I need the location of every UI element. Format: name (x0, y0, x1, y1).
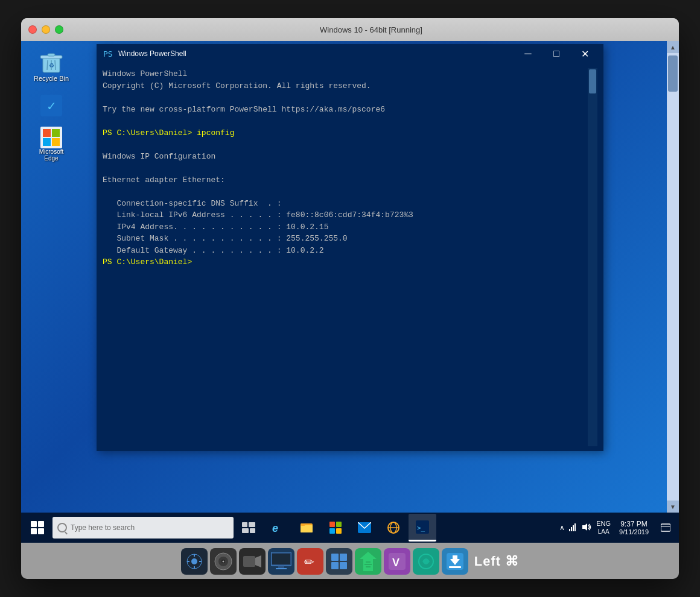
svg-rect-54 (272, 554, 290, 564)
lang-code: LAA (596, 528, 611, 535)
vm-close-button[interactable] (28, 25, 37, 34)
svg-rect-34 (569, 529, 570, 531)
ps-line-4: Try the new cross-platform PowerShell ht… (103, 104, 588, 116)
download-dock-icon[interactable] (442, 548, 468, 575)
desktop-icons: ♻ Recycle Bin ✓ (21, 41, 81, 513)
svg-rect-26 (329, 528, 335, 534)
vector-dock-icon[interactable]: ✏ (297, 548, 323, 575)
powershell-window[interactable]: PS Windows PowerShell ─ □ ✕ Windows Powe… (97, 44, 603, 451)
svg-point-42 (191, 558, 197, 564)
svg-rect-36 (573, 525, 574, 531)
svg-rect-63 (366, 561, 371, 563)
ps-line-12: Connection-specific DNS Suffix . : (103, 198, 588, 210)
explorer-taskbar-button[interactable] (293, 514, 320, 542)
svg-text:e: e (272, 522, 278, 534)
disc-icon (214, 552, 233, 571)
scroll-thumb[interactable] (668, 55, 678, 92)
task-view-icon (242, 522, 255, 533)
ps-content-area[interactable]: Windows PowerShell Copyright (C) Microso… (97, 63, 603, 451)
video-dock-icon[interactable] (239, 548, 266, 575)
tray-overflow-button[interactable]: ∧ (558, 522, 566, 533)
task-view-button[interactable] (235, 514, 262, 542)
system-clock[interactable]: 9:37 PM 9/11/2019 (614, 520, 654, 535)
vm-window: Windows 10 - 64bit [Running] (21, 18, 679, 579)
ps-minimize-button[interactable]: ─ (514, 45, 542, 63)
svg-rect-51 (243, 556, 255, 567)
ps-close-button[interactable]: ✕ (571, 45, 599, 63)
ps-line-10: Ethernet adapter Ethernet: (103, 174, 588, 186)
badge-v-icon: V (389, 553, 406, 570)
ps-line-16: Default Gateway . . . . . . . . . : 10.0… (103, 245, 588, 257)
start-button[interactable] (24, 514, 51, 542)
taskbar-tray: ∧ (558, 514, 676, 542)
badge-v-dock-icon[interactable]: V (384, 548, 410, 575)
network-dock-icon-svg (418, 553, 434, 570)
download-icon (447, 553, 463, 570)
store-taskbar-button[interactable] (322, 514, 349, 542)
vm-window-controls (28, 25, 63, 34)
files-icon (360, 552, 377, 571)
network-icon (568, 523, 578, 531)
svg-rect-24 (329, 522, 335, 527)
svg-rect-27 (336, 528, 342, 534)
vm-maximize-button[interactable] (55, 25, 63, 34)
recycle-bin-svg: ♻ (39, 49, 63, 75)
volume-icon (582, 523, 591, 531)
language-indicator[interactable]: ENG LAA (594, 520, 613, 535)
scroll-up-arrow[interactable]: ▲ (667, 41, 679, 53)
powershell-taskbar-button[interactable]: >_ (409, 514, 436, 542)
svg-rect-65 (366, 566, 371, 567)
svg-rect-19 (250, 528, 255, 533)
svg-rect-37 (574, 523, 576, 531)
ps-maximize-button[interactable]: □ (542, 45, 570, 63)
screen-dock-icon[interactable] (268, 548, 294, 575)
svg-rect-25 (336, 522, 342, 527)
recycle-bin-icon[interactable]: ♻ Recycle Bin (27, 47, 75, 84)
clock-time: 9:37 PM (620, 520, 648, 528)
ps-line-1: Windows PowerShell (103, 68, 588, 80)
mail-taskbar-button[interactable] (351, 514, 378, 542)
svg-rect-61 (340, 562, 347, 569)
svg-rect-17 (249, 522, 255, 527)
ps-line-6: PS C:\Users\Daniel> ipconfig (103, 127, 588, 139)
window-manager-icon (331, 553, 348, 570)
check-icon[interactable]: ✓ (27, 92, 75, 119)
vm-content: ♻ Recycle Bin ✓ (21, 41, 679, 543)
files-dock-icon[interactable] (355, 548, 381, 575)
mac-dock: ✏ V (21, 543, 679, 579)
microsoft-icon[interactable]: MicrosoftEdge (27, 124, 75, 164)
notification-icon (661, 523, 670, 532)
ps-scroll-thumb[interactable] (589, 69, 596, 93)
svg-marker-38 (582, 523, 587, 531)
svg-text:PS: PS (103, 49, 113, 58)
check-svg: ✓ (40, 95, 62, 116)
svg-rect-59 (340, 554, 347, 561)
steam-icon (186, 553, 203, 570)
ps-line-17: PS C:\Users\Daniel> (103, 256, 588, 268)
notification-button[interactable] (655, 514, 676, 542)
disc-dock-icon[interactable] (210, 548, 237, 575)
ie-taskbar-button[interactable] (380, 514, 407, 542)
network-tray-icon[interactable] (567, 522, 579, 534)
desktop-scrollbar[interactable]: ▲ ▼ (667, 41, 679, 513)
ie-icon (387, 521, 400, 534)
ps-line-13: Link-local IPv6 Address . . . . . : fe80… (103, 209, 588, 221)
vm-title: Windows 10 - 64bit [Running] (71, 25, 672, 34)
svg-rect-12 (43, 138, 51, 146)
taskbar-search-bar[interactable]: Type here to search (52, 517, 234, 539)
ps-line-8: Windows IP Configuration (103, 151, 588, 163)
edge-taskbar-button[interactable]: e (264, 514, 291, 542)
window-manager-dock-icon[interactable] (326, 548, 352, 575)
volume-tray-icon[interactable] (581, 522, 593, 534)
ps-scrollbar[interactable] (588, 68, 597, 446)
svg-marker-52 (255, 555, 261, 567)
ps-window-controls: ─ □ ✕ (514, 45, 599, 63)
svg-text:V: V (392, 557, 399, 569)
explorer-icon (300, 521, 313, 534)
windows-desktop: ♻ Recycle Bin ✓ (21, 41, 679, 513)
network-dock-icon[interactable] (413, 548, 439, 575)
steam-dock-icon[interactable] (181, 548, 208, 575)
svg-rect-58 (331, 554, 339, 561)
vm-minimize-button[interactable] (42, 25, 50, 34)
scroll-down-arrow[interactable]: ▼ (667, 501, 679, 513)
